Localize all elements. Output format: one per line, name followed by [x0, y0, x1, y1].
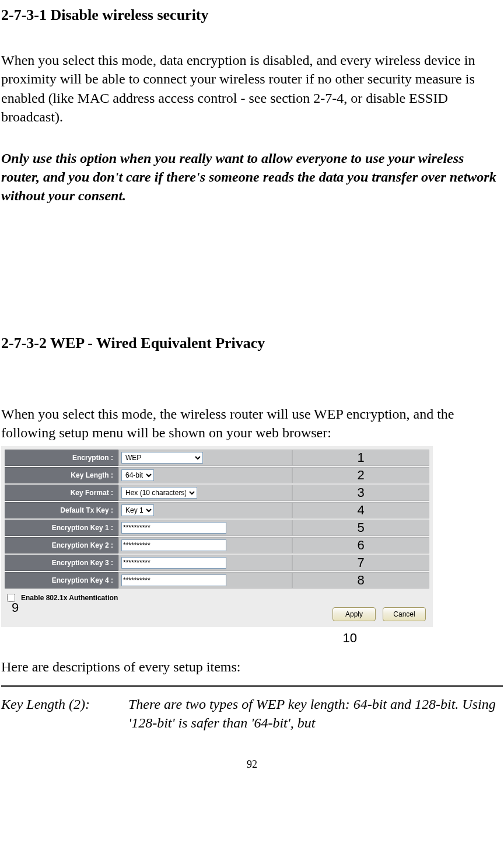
description-term: Key Length (2): [1, 695, 128, 733]
label-key-format: Key Format : [5, 485, 118, 501]
row-enc-key-4: Encryption Key 4 : 8 [5, 572, 429, 589]
select-encryption[interactable]: WEP [121, 452, 203, 464]
wep-settings-screenshot: Encryption : WEP 1 Key Length : 64-bit 2… [1, 446, 433, 627]
select-key-format[interactable]: Hex (10 characters) [121, 487, 197, 499]
callout-6: 6 [292, 537, 429, 553]
label-enc-key-2: Encryption Key 2 : [5, 537, 118, 553]
label-encryption: Encryption : [5, 450, 118, 466]
cancel-button[interactable]: Cancel [383, 607, 426, 621]
input-enc-key-2[interactable] [121, 539, 226, 551]
description-definition: There are two types of WEP key length: 6… [128, 695, 503, 733]
callout-9: 9 [12, 599, 19, 617]
input-enc-key-4[interactable] [121, 575, 226, 586]
separator-line [1, 685, 503, 687]
callout-7: 7 [292, 555, 429, 571]
row-enc-key-2: Encryption Key 2 : 6 [5, 537, 429, 553]
label-enc-key-1: Encryption Key 1 : [5, 520, 118, 536]
row-enc-key-3: Encryption Key 3 : 7 [5, 555, 429, 571]
section-heading-wep: 2-7-3-2 WEP - Wired Equivalent Privacy [1, 333, 503, 353]
input-enc-key-3[interactable] [121, 557, 226, 569]
row-enable-8021x: Enable 802.1x Authentication [5, 590, 429, 607]
callout-1: 1 [292, 450, 429, 466]
callout-4: 4 [292, 502, 429, 518]
label-enable-8021x: Enable 802.1x Authentication [21, 593, 118, 603]
row-key-format: Key Format : Hex (10 characters) 3 [5, 485, 429, 501]
descriptions-heading: Here are descriptions of every setup ite… [1, 657, 503, 676]
label-key-length: Key Length : [5, 467, 118, 483]
apply-button[interactable]: Apply [332, 607, 376, 621]
row-enc-key-1: Encryption Key 1 : 5 [5, 520, 429, 536]
select-key-length[interactable]: 64-bit [121, 469, 154, 481]
row-key-length: Key Length : 64-bit 2 [5, 467, 429, 483]
disable-security-description: When you select this mode, data encrypti… [1, 51, 503, 127]
input-enc-key-1[interactable] [121, 522, 226, 534]
label-enc-key-4: Encryption Key 4 : [5, 572, 118, 589]
callout-2: 2 [292, 467, 429, 483]
row-encryption: Encryption : WEP 1 [5, 450, 429, 466]
description-key-length: Key Length (2): There are two types of W… [1, 695, 503, 733]
label-default-tx-key: Default Tx Key : [5, 502, 118, 518]
page-number: 92 [1, 757, 503, 771]
disable-security-warning: Only use this option when you really wan… [1, 149, 503, 206]
select-default-tx-key[interactable]: Key 1 [121, 504, 154, 516]
wep-intro: When you select this mode, the wireless … [1, 405, 503, 443]
label-enc-key-3: Encryption Key 3 : [5, 555, 118, 571]
section-heading-disable-security: 2-7-3-1 Disable wireless security [1, 5, 503, 25]
callout-10: 10 [1, 629, 433, 647]
callout-3: 3 [292, 485, 429, 501]
callout-8: 8 [292, 572, 429, 589]
row-default-tx-key: Default Tx Key : Key 1 4 [5, 502, 429, 518]
callout-5: 5 [292, 520, 429, 536]
